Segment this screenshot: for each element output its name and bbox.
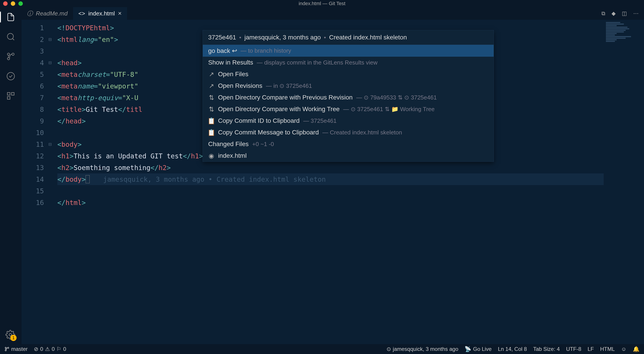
titlebar: index.html — Git Test bbox=[0, 0, 644, 7]
svg-point-3 bbox=[8, 58, 10, 60]
minimize-window-button[interactable] bbox=[11, 1, 15, 6]
code-line[interactable] bbox=[57, 185, 604, 197]
line-number: 13 bbox=[22, 164, 48, 172]
gitlens-icon[interactable]: ◆ bbox=[612, 10, 616, 16]
gitlens-quickpick: 3725e461 • jamesqquick, 3 months ago • C… bbox=[202, 30, 494, 162]
settings-button[interactable]: 1 bbox=[6, 330, 15, 340]
more-actions-icon[interactable]: ⋯ bbox=[633, 10, 638, 16]
tab-bar: ⓘ ReadMe.md <> index.html × ⧉ ◆ ◫ ⋯ bbox=[22, 7, 644, 20]
line-number: 10 bbox=[22, 129, 48, 137]
quickpick-item[interactable]: ↗Open Revisions— in ⊙ 3725e461 bbox=[203, 80, 494, 92]
branch-indicator[interactable]: master bbox=[4, 346, 28, 352]
quickpick-item[interactable]: ◉ index.html bbox=[203, 150, 494, 162]
extensions-icon[interactable] bbox=[6, 90, 16, 101]
quickpick-item[interactable]: Show in Results— displays commit in the … bbox=[203, 57, 494, 68]
item-label: Open Revisions bbox=[218, 82, 262, 90]
svg-rect-6 bbox=[8, 92, 10, 95]
search-icon[interactable] bbox=[6, 31, 16, 42]
item-description: — ⊙ 79a49533 ⇅ ⊙ 3725e461 bbox=[356, 94, 437, 101]
fold-icon[interactable]: ⊟ bbox=[48, 142, 54, 147]
go-live-button[interactable]: 📡 Go Live bbox=[464, 346, 492, 352]
quickpick-item[interactable]: 📋Copy Commit Message to Clipboard— Creat… bbox=[203, 126, 494, 138]
compare-icon[interactable]: ⧉ bbox=[602, 10, 605, 16]
fold-icon[interactable]: ⊟ bbox=[48, 37, 54, 42]
line-number: 2 bbox=[22, 36, 48, 44]
item-description: — ⊙ 3725e461 ⇅ 📁 Working Tree bbox=[343, 106, 435, 113]
commit-icon: ⊙ bbox=[386, 346, 391, 352]
line-number: 16 bbox=[22, 199, 48, 206]
debug-icon[interactable] bbox=[6, 71, 16, 82]
item-description: — Created index.html skeleton bbox=[322, 129, 402, 136]
line-number: 3 bbox=[22, 47, 48, 55]
encoding[interactable]: UTF-8 bbox=[566, 346, 581, 352]
blame-status[interactable]: ⊙ jamesqquick, 3 months ago bbox=[386, 346, 458, 352]
quickpick-item[interactable]: ⇅Open Directory Compare with Previous Re… bbox=[203, 92, 494, 103]
notifications-icon[interactable]: 🔔 bbox=[633, 346, 640, 352]
item-label: Copy Commit ID to Clipboard bbox=[218, 117, 300, 124]
status-bar: master ⊘0 ⚠0 ⚐0 ⊙ jamesqquick, 3 months … bbox=[0, 344, 644, 354]
item-label: Changed Files bbox=[208, 140, 249, 148]
line-number: 11 bbox=[22, 140, 48, 148]
line-number: 4 bbox=[22, 59, 48, 67]
tab-readme[interactable]: ⓘ ReadMe.md bbox=[22, 7, 73, 20]
item-icon: ⇅ bbox=[208, 94, 214, 100]
item-label: Show in Results bbox=[208, 59, 253, 66]
svg-point-5 bbox=[7, 72, 14, 80]
item-description: — in ⊙ 3725e461 bbox=[266, 82, 312, 90]
feedback-icon[interactable]: ☺ bbox=[621, 346, 626, 352]
maximize-window-button[interactable] bbox=[18, 1, 23, 6]
explorer-icon[interactable] bbox=[6, 12, 16, 22]
fold-icon[interactable]: ⊟ bbox=[48, 60, 54, 65]
code-line[interactable]: <h2>Soemthing something</h2> bbox=[57, 162, 604, 174]
svg-rect-8 bbox=[8, 96, 10, 99]
close-window-button[interactable] bbox=[3, 1, 8, 6]
line-number: 6 bbox=[22, 82, 48, 90]
editor-body[interactable]: 12⊟34⊟567891011⊟1213141516 <!DOCTYPE htm… bbox=[22, 20, 644, 344]
item-icon: 📋 bbox=[208, 118, 214, 124]
svg-point-11 bbox=[5, 350, 6, 351]
cursor-position[interactable]: Ln 14, Col 8 bbox=[498, 346, 527, 352]
language-mode[interactable]: HTML bbox=[600, 346, 615, 352]
activity-bar: 1 bbox=[0, 7, 22, 344]
eol[interactable]: LF bbox=[588, 346, 594, 352]
item-description: — to branch history bbox=[241, 47, 291, 54]
item-icon: ◉ bbox=[208, 152, 214, 159]
line-number: 15 bbox=[22, 187, 48, 195]
tab-size[interactable]: Tab Size: 4 bbox=[533, 346, 560, 352]
quickpick-item[interactable]: ⇅Open Directory Compare with Working Tre… bbox=[203, 103, 494, 115]
quickpick-item[interactable]: 📋Copy Commit ID to Clipboard— 3725e461 bbox=[203, 115, 494, 126]
item-description: — displays commit in the GitLens Results… bbox=[257, 59, 378, 66]
item-description: +0 ~1 -0 bbox=[252, 141, 274, 148]
conflict-icon: ⚐ bbox=[56, 346, 62, 352]
item-icon: 📋 bbox=[208, 129, 214, 136]
error-icon: ⊘ bbox=[34, 346, 38, 352]
source-control-icon[interactable] bbox=[6, 51, 16, 62]
minimap[interactable] bbox=[604, 20, 644, 344]
item-label: Open Directory Compare with Working Tree bbox=[218, 106, 340, 113]
line-number: 1 bbox=[22, 24, 48, 32]
branch-name: master bbox=[11, 346, 28, 352]
code-icon: <> bbox=[78, 10, 85, 17]
code-line[interactable]: </html> bbox=[57, 197, 604, 208]
code-line[interactable]: </body>jamesqquick, 3 months ago • Creat… bbox=[57, 174, 604, 185]
gutter: 12⊟34⊟567891011⊟1213141516 bbox=[22, 20, 57, 344]
svg-rect-7 bbox=[12, 92, 14, 95]
problems-indicator[interactable]: ⊘0 ⚠0 ⚐0 bbox=[34, 346, 66, 352]
svg-line-1 bbox=[12, 38, 14, 40]
tab-label: ReadMe.md bbox=[36, 10, 68, 17]
quickpick-item[interactable]: go back ↩— to branch history bbox=[203, 45, 494, 57]
broadcast-icon: 📡 bbox=[464, 346, 471, 352]
quickpick-item[interactable]: Changed Files+0 ~1 -0 bbox=[203, 138, 494, 150]
svg-point-10 bbox=[5, 347, 6, 348]
split-editor-icon[interactable]: ◫ bbox=[622, 10, 627, 16]
line-number: 7 bbox=[22, 94, 48, 102]
item-label: go back ↩ bbox=[208, 47, 237, 54]
svg-point-0 bbox=[8, 34, 14, 40]
window-title: index.html — Git Test bbox=[299, 1, 346, 6]
line-number: 5 bbox=[22, 70, 48, 78]
quickpick-item[interactable]: ↗Open Files bbox=[203, 68, 494, 80]
close-tab-icon[interactable]: × bbox=[118, 10, 122, 17]
commit-author: jamesqquick, 3 months ago bbox=[244, 34, 321, 41]
tab-index-html[interactable]: <> index.html × bbox=[73, 7, 127, 20]
line-number: 8 bbox=[22, 106, 48, 113]
